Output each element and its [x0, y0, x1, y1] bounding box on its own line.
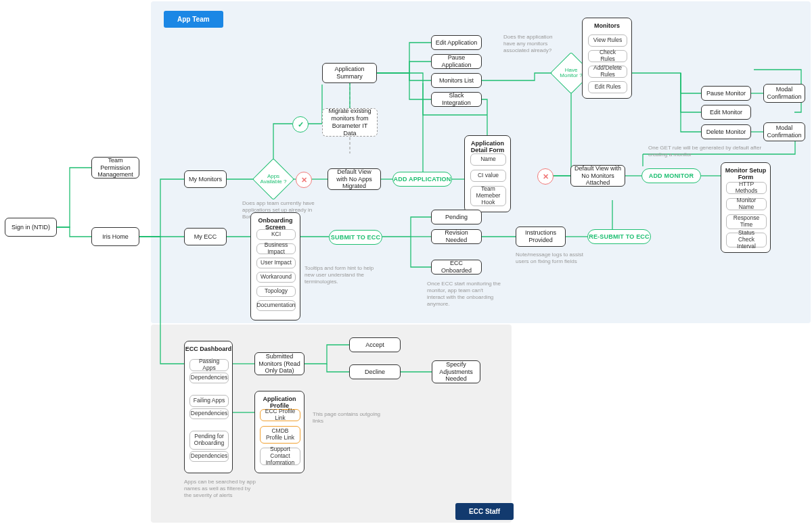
chip-ci-value: CI value — [470, 170, 506, 182]
panel-app-detail: Application Detail Form Name CI value Te… — [464, 135, 511, 212]
chip-monitor-name: Monitor Name — [726, 198, 767, 210]
node-ecc-onboarded: ECC Onboarded — [431, 260, 482, 275]
chip-topology: Topology — [256, 286, 296, 297]
note-default-rule: One GET rule will be generated by defaul… — [648, 145, 777, 158]
note-ecc-locked: Once ECC start monitoring the monitor, a… — [427, 281, 501, 308]
node-pause-application: Pause Application — [431, 54, 482, 69]
node-instructions: Instructions Provided — [516, 227, 566, 247]
chip-passing-apps: Passing Apps — [189, 359, 229, 371]
chip-view-rules: View Rules — [588, 34, 627, 47]
chip-team-hook: Team Memeber Hook — [470, 186, 506, 206]
node-monitors-list: Monitors List — [431, 73, 482, 88]
chip-failing-deps: Dependencies — [189, 408, 229, 419]
node-edit-monitor: Edit Monitor — [701, 105, 751, 120]
tag-ecc-staff: ECC Staff — [455, 503, 514, 520]
chip-user-impact: User Impact — [256, 258, 296, 268]
node-pause-monitor: Pause Monitor — [701, 86, 751, 101]
node-migrate: Migrate existing monitors from Borameter… — [322, 108, 378, 137]
chip-add-delete-rules: Add/Delete Rules — [588, 66, 627, 78]
panel-app-profile: Application Profile ECC Profile Link CMD… — [254, 391, 304, 473]
node-modal-conf-1: Modal Confirmation — [763, 84, 805, 103]
chip-edit-rules: Edit Rules — [588, 81, 627, 93]
mark-no-apps: ✕ — [296, 172, 312, 188]
chip-documentation: Documentation — [256, 300, 296, 311]
node-app-summary: Application Summary — [322, 63, 377, 83]
flow-canvas: App Team ECC Staff — [0, 0, 812, 524]
node-accept: Accept — [349, 337, 401, 352]
node-iris-home: Iris Home — [91, 227, 139, 246]
mark-yes-migrate: ✓ — [292, 116, 309, 133]
action-submit-ecc[interactable]: SUBMIT TO ECC — [329, 230, 382, 245]
chip-cmdb-profile-link[interactable]: CMDB Profile Link — [260, 426, 300, 444]
chip-passing-deps: Dependencies — [189, 373, 229, 383]
note-searched: Apps can be searched by app names as wel… — [184, 479, 258, 499]
chip-kci: KCI — [256, 229, 296, 240]
node-edit-application: Edit Application — [431, 35, 482, 50]
action-add-application[interactable]: ADD APPLICATION — [392, 172, 452, 187]
chip-response-time: Response Time — [726, 214, 767, 229]
chip-support-contact: Support Contact Infomration — [260, 448, 300, 465]
panel-onboarding: Onboarding Screen KCI Business Impact Us… — [250, 212, 300, 320]
note-tooltips: Tooltips and form hint to help new user … — [304, 265, 379, 285]
chip-status-interval: Status Check Interval — [726, 233, 767, 247]
node-modal-conf-2: Modal Confirmation — [763, 122, 805, 141]
note-outgoing: This page contains outgoing links — [313, 411, 387, 425]
decision-apps-available: Apps Available ? — [258, 164, 288, 194]
node-sign-in: Sign in (NTID) — [5, 218, 57, 237]
tag-app-team: App Team — [164, 11, 223, 28]
panel-monitor-setup: Monitor Setup Form HTTP Methods Monitor … — [721, 162, 771, 253]
node-adjustments: Specify Adjustments Needed — [432, 360, 480, 383]
node-delete-monitor: Delete Monitor — [701, 124, 751, 139]
node-revision-needed: Revision Needed — [431, 229, 482, 244]
node-my-ecc: My ECC — [184, 228, 227, 245]
chip-pending-onboarding: Pending for Onboarding — [189, 431, 229, 450]
panel-ecc-dashboard: ECC Dashboard Passing Apps Dependencies … — [184, 341, 233, 473]
chip-failing-apps: Failing Apps — [189, 395, 229, 407]
node-team-permission: Team Permission Management — [91, 157, 139, 178]
mark-no-monitor: ✕ — [537, 168, 554, 185]
chip-workaround: Workaround — [256, 272, 296, 283]
chip-app-name: Name — [470, 153, 506, 166]
chip-biz-impact: Business Impact — [256, 243, 296, 254]
panel-monitors: Monitors View Rules Check Rules Add/Dele… — [582, 18, 632, 99]
node-decline: Decline — [349, 364, 401, 379]
chip-http-methods: HTTP Methods — [726, 182, 767, 194]
node-pending: Pending — [431, 210, 482, 224]
node-slack-integration: Slack Integration — [431, 92, 482, 107]
node-submitted-monitors: Submitted Monitors (Read Only Data) — [254, 352, 304, 375]
node-default-no-monitors: Default View with No Monitors Attached — [570, 165, 625, 187]
note-has-monitors: Does the application have any monitors a… — [503, 34, 560, 54]
node-default-no-apps: Default View with No Apps Migrated — [328, 168, 381, 190]
chip-check-rules: Check Rules — [588, 50, 627, 62]
node-my-monitors: My Monitors — [184, 170, 227, 188]
chip-ecc-profile-link[interactable]: ECC Profile Link — [260, 409, 300, 421]
action-add-monitor[interactable]: ADD MONITOR — [641, 168, 701, 183]
action-resubmit-ecc[interactable]: RE-SUBMIT TO ECC — [587, 229, 651, 244]
chip-pending-deps: Dependencies — [189, 451, 229, 462]
note-assist: Note/message logs to assist users on fix… — [516, 252, 590, 265]
